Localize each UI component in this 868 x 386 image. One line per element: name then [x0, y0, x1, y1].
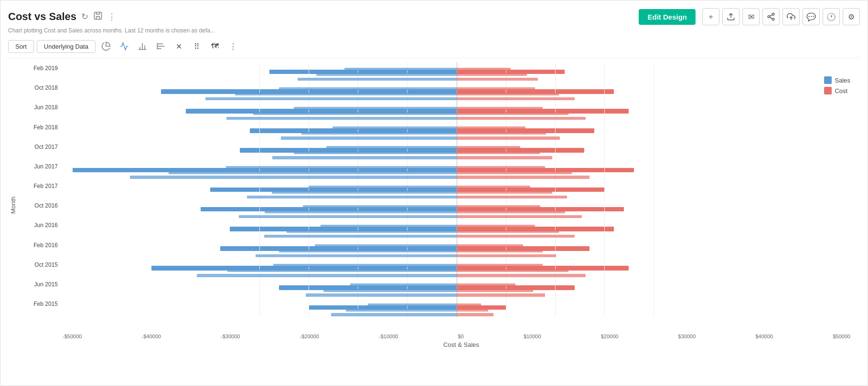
line-chart-icon[interactable]	[117, 39, 132, 54]
cost-sub-bar	[457, 283, 516, 286]
settings-button[interactable]: ⚙	[843, 8, 860, 25]
cloud-button[interactable]	[782, 8, 800, 25]
share-button[interactable]	[762, 8, 780, 25]
save-icon[interactable]	[93, 11, 103, 23]
title-area: Cost vs Sales ↻ ⋮	[8, 10, 116, 23]
cost-sub-bar	[457, 171, 572, 174]
sales-sub-bar	[235, 93, 457, 95]
sales-sub-bar	[264, 235, 457, 238]
cost-sub-bar	[457, 254, 557, 257]
sales-sub-bar	[279, 250, 456, 252]
x-tick: $20000	[601, 334, 619, 339]
refresh-icon[interactable]: ↻	[81, 11, 88, 22]
page-title: Cost vs Sales	[8, 10, 76, 23]
cost-sub-bar	[457, 308, 489, 311]
cost-sub-bar	[457, 269, 568, 272]
cost-sub-bar	[457, 112, 568, 115]
sales-sub-bar	[273, 264, 456, 267]
x-tick: -$10000	[379, 334, 398, 339]
horizontal-bar-icon[interactable]	[153, 39, 168, 54]
underlying-data-button[interactable]: Underlying Data	[37, 40, 96, 53]
svg-line-5	[770, 17, 772, 19]
grid-line	[604, 62, 605, 317]
sales-sub-bar	[315, 244, 457, 247]
cost-sub-bar	[457, 107, 543, 110]
scatter-icon[interactable]: ✕	[171, 39, 186, 54]
sales-sub-bar	[197, 274, 456, 277]
cost-sub-bar	[457, 205, 540, 208]
x-axis-ticks: -$50000-$40000-$30000-$20000-$10000$0$10…	[20, 332, 860, 341]
svg-line-6	[770, 15, 772, 16]
sales-sub-bar	[323, 289, 456, 292]
cost-sub-bar	[457, 210, 566, 213]
cost-sub-bar	[457, 303, 482, 306]
header: Cost vs Sales ↻ ⋮ Edit Design ＋ ✉ 💬 🕐 ⚙	[8, 8, 860, 25]
cost-sub-bar	[457, 215, 582, 218]
cost-sub-bar	[457, 117, 586, 120]
sales-sub-bar	[331, 313, 457, 316]
svg-rect-0	[95, 12, 102, 19]
cost-sub-bar	[457, 132, 547, 135]
cost-sub-bar	[457, 97, 575, 100]
row-label: Jun 2018	[20, 104, 58, 111]
sort-button[interactable]: Sort	[8, 40, 34, 53]
x-tick: -$30000	[221, 334, 240, 339]
cost-sub-bar	[457, 230, 559, 233]
row-label: Feb 2019	[20, 65, 58, 72]
email-button[interactable]: ✉	[742, 8, 760, 25]
header-actions: Edit Design ＋ ✉ 💬 🕐 ⚙	[639, 8, 860, 25]
cost-sub-bar	[457, 289, 534, 292]
sales-sub-bar	[130, 176, 456, 178]
sales-sub-bar	[256, 254, 456, 257]
cost-sub-bar	[457, 235, 575, 238]
sales-sub-bar	[309, 186, 456, 188]
cost-sub-bar	[457, 68, 511, 71]
svg-point-4	[772, 18, 774, 21]
edit-design-button[interactable]: Edit Design	[639, 9, 696, 25]
upload-button[interactable]	[722, 8, 739, 25]
row-label: Oct 2015	[20, 261, 58, 268]
cost-sub-bar	[457, 264, 543, 267]
sales-sub-bar	[253, 112, 456, 115]
dot-matrix-icon[interactable]: ⠿	[189, 39, 204, 54]
clock-button[interactable]: 🕐	[823, 8, 840, 25]
x-tick: $40000	[755, 334, 773, 339]
sales-sub-bar	[169, 171, 457, 174]
pie-chart-icon[interactable]	[98, 39, 114, 54]
cost-sub-bar	[457, 136, 560, 139]
row-labels: Feb 2019Oct 2018Jun 2018Feb 2018Oct 2017…	[20, 62, 62, 317]
grid-line	[358, 62, 358, 317]
cost-sub-bar	[457, 176, 589, 178]
bar-chart-icon[interactable]	[135, 39, 150, 54]
grid-line	[407, 62, 407, 317]
x-axis-label: Cost & Sales	[20, 341, 860, 348]
add-button[interactable]: ＋	[702, 8, 719, 25]
sales-sub-bar	[298, 78, 457, 81]
center-line	[457, 62, 457, 317]
subtitle: Chart plotting Cost and Sales across mon…	[8, 27, 860, 34]
more-icon[interactable]: ⋮	[107, 11, 116, 22]
cost-sub-bar	[457, 313, 493, 316]
sales-sub-bar	[265, 210, 457, 213]
x-tick: -$20000	[300, 334, 319, 339]
sales-sub-bar	[368, 303, 457, 306]
sales-sub-bar	[316, 73, 457, 75]
sales-sub-bar	[332, 126, 457, 129]
sales-sub-bar	[281, 136, 457, 139]
sales-sub-bar	[226, 117, 457, 120]
row-label: Feb 2015	[20, 301, 58, 307]
x-tick: $0	[458, 334, 464, 339]
sales-sub-bar	[321, 225, 456, 228]
row-label: Oct 2017	[20, 144, 58, 150]
grid-line	[555, 62, 556, 317]
chart-area: Month Sales Cost Feb 2019Oct	[8, 62, 860, 348]
row-label: Oct 2018	[20, 84, 58, 91]
cost-sub-bar	[457, 73, 527, 75]
row-label: Jun 2017	[20, 163, 58, 170]
comment-button[interactable]: 💬	[803, 8, 820, 25]
map-icon[interactable]: 🗺	[207, 39, 223, 54]
more-options-icon[interactable]: ⋮	[225, 39, 241, 54]
sales-sub-bar	[294, 107, 456, 110]
chart-body: Sales Cost Feb 2019Oct 2018Jun 2018Feb 2…	[20, 62, 860, 348]
sales-sub-bar	[344, 68, 457, 71]
